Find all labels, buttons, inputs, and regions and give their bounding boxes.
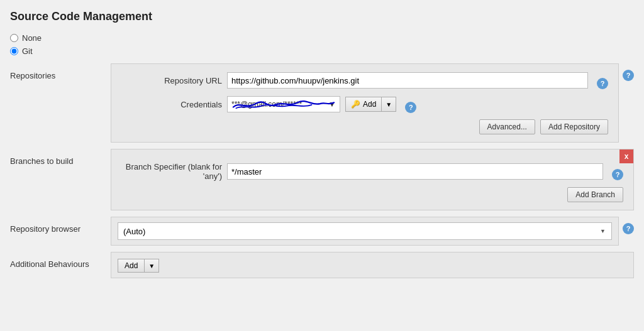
additional-behaviours-label: Additional Behaviours [10, 252, 111, 269]
credentials-label: Credentials [121, 100, 222, 109]
remove-branch-button[interactable]: x [619, 149, 633, 163]
repositories-help-icon[interactable]: ? [623, 70, 634, 81]
add-behaviour-arrow[interactable]: ▼ [144, 259, 159, 273]
page-title: Source Code Management [10, 10, 634, 23]
repo-browser-label: Repository browser [10, 217, 111, 234]
add-branch-button[interactable]: Add Branch [567, 187, 623, 202]
repo-browser-help-icon[interactable]: ? [623, 223, 634, 234]
credentials-value: ***@gmail.com/****** [231, 100, 302, 109]
repositories-section: Repository URL ? Credentials ***@gmail.c… [111, 63, 619, 143]
repo-url-help-icon[interactable]: ? [597, 78, 608, 89]
branch-specifier-input[interactable] [227, 163, 603, 180]
add-behaviour-button[interactable]: Add ▼ [118, 259, 627, 273]
additional-behaviours-section: Add ▼ [111, 252, 634, 278]
credentials-add-button[interactable]: 🔑 Add ▼ [345, 97, 396, 112]
branches-label: Branches to build [10, 149, 111, 166]
none-radio[interactable] [10, 34, 18, 42]
credentials-arrow: ▼ [328, 100, 336, 109]
credentials-display: ***@gmail.com/****** ▼ [227, 96, 340, 112]
repositories-label: Repositories [10, 63, 111, 80]
none-label[interactable]: None [22, 33, 42, 43]
repo-url-label: Repository URL [121, 76, 222, 85]
add-repository-button[interactable]: Add Repository [540, 119, 608, 134]
repo-url-input[interactable] [227, 72, 588, 89]
key-icon: 🔑 [351, 100, 360, 109]
add-credentials-arrow[interactable]: ▼ [381, 97, 396, 112]
git-label[interactable]: Git [22, 46, 33, 56]
add-credentials-main[interactable]: 🔑 Add [345, 97, 381, 112]
repo-browser-section: (Auto) [111, 217, 619, 246]
credentials-help-icon[interactable]: ? [405, 102, 416, 113]
branches-section: x Branch Specifier (blank for 'any') ? A… [111, 149, 634, 210]
branch-specifier-label: Branch Specifier (blank for 'any') [121, 162, 222, 181]
repo-browser-select[interactable]: (Auto) [118, 222, 612, 240]
advanced-button[interactable]: Advanced... [479, 119, 535, 134]
scm-radio-group: None Git [10, 33, 634, 56]
add-behaviour-main[interactable]: Add [118, 259, 144, 273]
add-credentials-label: Add [363, 100, 376, 109]
branch-help-icon[interactable]: ? [612, 169, 623, 180]
git-radio[interactable] [10, 47, 18, 55]
